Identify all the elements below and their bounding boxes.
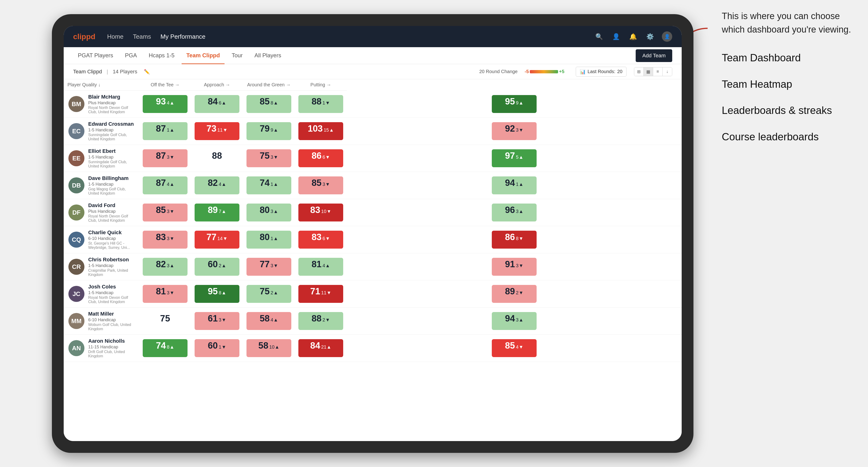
nav-teams[interactable]: Teams	[133, 33, 151, 40]
metric-box: 853	[143, 204, 187, 221]
last-rounds-button[interactable]: 📊 Last Rounds: 20	[576, 67, 626, 76]
tab-pgat-players[interactable]: PGAT Players	[73, 48, 118, 64]
metric-value: 86	[312, 151, 321, 160]
metric-value: 85	[505, 341, 515, 350]
col-off-tee[interactable]: Off the Tee →	[139, 79, 191, 91]
metric-delta: 6	[322, 236, 330, 241]
metric-delta: 5	[516, 155, 523, 160]
metric-cell: 799	[243, 118, 295, 145]
player-cell: EEElliot Ebert1-5 HandicapSunningdale Go…	[64, 145, 139, 172]
view-heatmap-button[interactable]: ▦	[644, 67, 653, 76]
metric-value: 103	[308, 124, 323, 133]
table-row[interactable]: BMBlair McHargPlus HandicapRoyal North D…	[64, 91, 682, 118]
metric-value: 89	[208, 206, 218, 214]
metric-delta: 1	[271, 236, 278, 241]
metric-value: 87	[156, 178, 166, 187]
metric-cell: 8310	[295, 199, 347, 226]
metric-value: 88	[212, 151, 222, 160]
metric-delta: 8	[271, 100, 278, 106]
metric-value: 79	[260, 124, 270, 133]
tab-pga[interactable]: PGA	[120, 48, 142, 64]
edit-icon[interactable]: ✏️	[144, 69, 150, 74]
metric-box: 846	[195, 95, 239, 113]
player-avatar: MM	[68, 313, 85, 329]
metric-value: 58	[258, 341, 268, 350]
metric-delta: 1	[516, 182, 523, 187]
player-cell: JCJosh Coles1-5 HandicapRoyal North Devo…	[64, 280, 139, 308]
round-change-label: 20 Round Change	[479, 69, 518, 74]
player-name: Charlie Quick	[88, 229, 134, 236]
metric-value: 60	[208, 260, 218, 269]
metric-delta: 4	[167, 182, 174, 187]
metric-value: 93	[156, 97, 166, 106]
metric-delta: 9	[271, 128, 278, 133]
player-cell: MMMatt Miller6-10 HandicapWoburn Golf Cl…	[64, 308, 139, 335]
settings-icon[interactable]: ⚙️	[645, 31, 655, 42]
tab-tour[interactable]: Tour	[227, 48, 247, 64]
metric-delta: 9	[516, 100, 523, 106]
player-handicap: Plus Handicap	[88, 209, 134, 214]
player-avatar: BM	[68, 96, 85, 112]
table-row[interactable]: DFDavid FordPlus HandicapRoyal North Dev…	[64, 199, 682, 226]
player-name: Chris Robertson	[88, 257, 134, 263]
table-row[interactable]: MMMatt Miller6-10 HandicapWoburn Golf Cl…	[64, 308, 682, 335]
metric-box: 934	[143, 95, 187, 113]
metric-value: 85	[312, 178, 321, 187]
tab-team-clippd[interactable]: Team Clippd	[182, 48, 224, 64]
nav-my-performance[interactable]: My Performance	[160, 33, 206, 40]
metric-cell: 871	[139, 118, 191, 145]
metric-value: 95	[505, 97, 515, 106]
player-cell: ECEdward Crossman1-5 HandicapSunningdale…	[64, 118, 139, 145]
metric-box: 613	[195, 312, 239, 330]
metric-delta: 2	[271, 290, 278, 295]
metric-cell: 868	[347, 226, 682, 253]
player-cell: DBDave Billingham1-5 HandicapGog Magog G…	[64, 172, 139, 199]
table-row[interactable]: DBDave Billingham1-5 HandicapGog Magog G…	[64, 172, 682, 199]
col-approach[interactable]: Approach →	[191, 79, 243, 91]
metric-value: 88	[312, 314, 321, 323]
metric-delta: 1	[322, 100, 330, 106]
metric-cell: 773	[243, 253, 295, 280]
bell-icon[interactable]: 🔔	[628, 31, 638, 42]
player-club: Sunningdale Golf Club, United Kingdom	[88, 160, 134, 168]
view-table-button[interactable]: ≡	[653, 67, 662, 76]
metric-cell: 836	[295, 226, 347, 253]
tab-hcaps[interactable]: Hcaps 1-5	[144, 48, 179, 64]
metric-cell: 866	[295, 145, 347, 172]
metric-box: 824	[195, 177, 239, 194]
metric-box: 866	[299, 149, 343, 167]
metric-value: 89	[505, 287, 515, 296]
player-avatar: DF	[68, 205, 85, 220]
metric-box: 871	[143, 122, 187, 140]
table-row[interactable]: EEElliot Ebert1-5 HandicapSunningdale Go…	[64, 145, 682, 172]
metric-value: 82	[156, 260, 166, 269]
metric-delta: 3	[516, 209, 523, 214]
add-team-button[interactable]: Add Team	[636, 49, 672, 62]
player-handicap: 11-15 Handicap	[88, 345, 134, 349]
view-grid-button[interactable]: ⊞	[634, 67, 644, 76]
metric-cell: 824	[191, 172, 243, 199]
player-name: Josh Coles	[88, 284, 134, 290]
table-row[interactable]: JCJosh Coles1-5 HandicapRoyal North Devo…	[64, 280, 682, 308]
table-row[interactable]: ECEdward Crossman1-5 HandicapSunningdale…	[64, 118, 682, 145]
nav-home[interactable]: Home	[107, 33, 123, 40]
player-name: David Ford	[88, 203, 134, 209]
metric-cell: 963	[347, 199, 682, 226]
user-avatar[interactable]: 👤	[662, 31, 672, 42]
metric-cell: 602	[191, 253, 243, 280]
metric-delta: 4	[167, 100, 174, 106]
annotation-intro-text: This is where you can choose which dashb…	[722, 9, 854, 36]
metric-value: 75	[260, 151, 270, 160]
search-icon[interactable]: 🔍	[594, 31, 604, 42]
tab-all-players[interactable]: All Players	[250, 48, 286, 64]
col-around-green[interactable]: Around the Green →	[243, 79, 295, 91]
table-row[interactable]: ANAaron Nicholls11-15 HandicapDrift Golf…	[64, 335, 682, 362]
metric-box: 881	[299, 95, 343, 113]
table-row[interactable]: CRChris Robertson1-5 HandicapCraigmillar…	[64, 253, 682, 280]
view-download-button[interactable]: ↓	[662, 67, 672, 76]
table-row[interactable]: CQCharlie Quick6-10 HandicapSt. George's…	[64, 226, 682, 253]
metric-cell: 88	[191, 145, 243, 172]
person-icon[interactable]: 👤	[611, 31, 621, 42]
col-putting[interactable]: Putting →	[295, 79, 347, 91]
player-handicap: 6-10 Handicap	[88, 236, 134, 241]
